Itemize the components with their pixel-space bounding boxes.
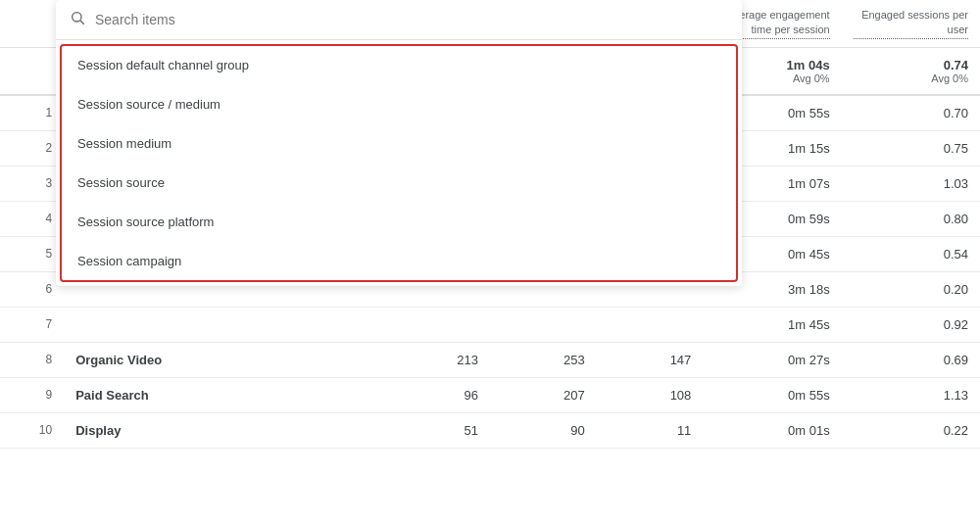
row-sessions: 1.13 [842,377,980,412]
row-sessions: 0.92 [842,307,980,342]
dropdown-item[interactable]: Session medium [62,124,736,164]
row-time: 0m 01s [703,412,841,448]
row-name [64,307,383,342]
summary-num [0,47,64,95]
row-c3: 51 [383,412,490,448]
row-num: 4 [0,201,64,236]
row-c4: 90 [490,412,597,448]
main-container: Average engagement time per session Enga… [0,0,980,525]
row-name: Display [64,412,383,448]
row-sessions: 0.75 [842,130,980,166]
row-sessions: 0.80 [842,201,980,236]
row-sessions: 0.20 [842,271,980,307]
table-row: 8 Organic Video 213 253 147 0m 27s 0.69 [0,342,980,377]
svg-line-1 [80,21,84,24]
dimension-dropdown: Session default channel groupSession sou… [56,0,742,286]
row-num: 10 [0,412,64,448]
row-sessions: 0.54 [842,236,980,271]
row-sessions: 1.03 [842,166,980,201]
search-icon [70,10,85,29]
row-num: 1 [0,95,64,131]
row-sessions: 0.69 [842,342,980,377]
row-name: Paid Search [64,377,383,412]
table-row: 9 Paid Search 96 207 108 0m 55s 1.13 [0,377,980,412]
row-num: 5 [0,236,64,271]
col-engaged-sessions: Engaged sessions per user [842,0,980,47]
row-sessions: 0.70 [842,95,980,131]
search-input[interactable] [95,12,728,27]
row-c5: 108 [597,377,704,412]
row-sessions: 0.22 [842,412,980,448]
table-row: 10 Display 51 90 11 0m 01s 0.22 [0,412,980,448]
row-time: 0m 27s [703,342,841,377]
row-name: Organic Video [64,342,383,377]
row-num: 8 [0,342,64,377]
row-num: 7 [0,307,64,342]
row-c5 [597,307,704,342]
row-time: 0m 55s [703,377,841,412]
summary-sessions: 0.74 Avg 0% [842,47,980,95]
dropdown-item[interactable]: Session source [62,164,736,203]
dropdown-item[interactable]: Session campaign [62,242,736,280]
dropdown-list: Session default channel groupSession sou… [60,44,738,282]
row-c4: 253 [490,342,597,377]
row-time: 1m 45s [703,307,841,342]
row-num: 6 [0,271,64,307]
search-bar [56,0,742,40]
svg-point-0 [73,13,81,22]
row-num: 2 [0,130,64,166]
dropdown-item[interactable]: Session source platform [62,203,736,242]
row-c3: 213 [383,342,490,377]
row-c4: 207 [490,377,597,412]
row-c3 [383,307,490,342]
dropdown-item[interactable]: Session source / medium [62,85,736,124]
dropdown-item[interactable]: Session default channel group [62,46,736,85]
row-c5: 147 [597,342,704,377]
col-number [0,0,64,47]
row-c5: 11 [597,412,704,448]
row-c3: 96 [383,377,490,412]
table-row: 7 1m 45s 0.92 [0,307,980,342]
row-num: 9 [0,377,64,412]
row-c4 [490,307,597,342]
row-num: 3 [0,166,64,201]
